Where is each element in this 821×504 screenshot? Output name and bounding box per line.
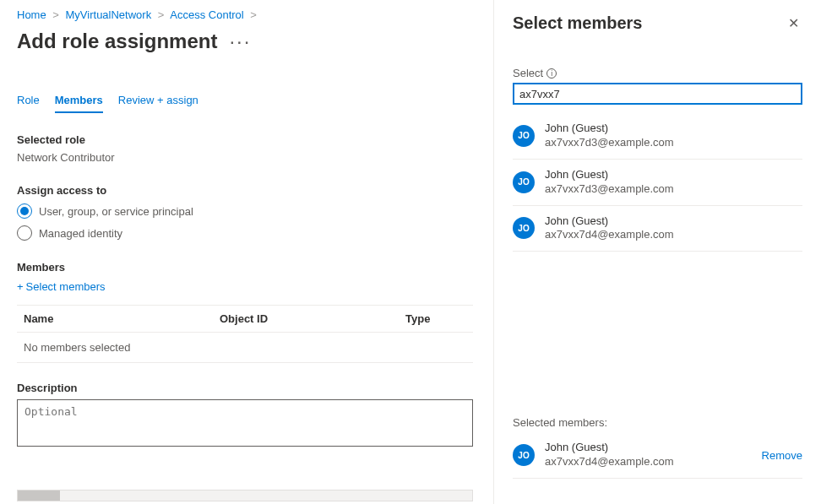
result-name: John (Guest) — [545, 168, 674, 182]
select-input[interactable] — [513, 83, 802, 105]
result-email: ax7vxx7d4@example.com — [545, 455, 752, 469]
breadcrumb: Home > MyVirtualNetwork > Access Control… — [17, 7, 473, 26]
tabs: Role Members Review + assign — [17, 65, 473, 113]
description-input[interactable] — [17, 399, 473, 447]
avatar: JO — [513, 217, 535, 239]
selected-role-label: Selected role — [17, 113, 473, 146]
result-name: John (Guest) — [545, 122, 674, 136]
page-title: Add role assignment··· — [17, 26, 473, 65]
breadcrumb-vnet[interactable]: MyVirtualNetwork — [66, 8, 152, 21]
result-email: ax7vxx7d3@example.com — [545, 136, 674, 150]
chevron-right-icon: > — [247, 8, 260, 21]
radio-icon — [17, 225, 32, 241]
remove-link[interactable]: Remove — [762, 449, 802, 462]
more-icon[interactable]: ··· — [217, 30, 251, 52]
breadcrumb-access[interactable]: Access Control — [170, 8, 243, 21]
members-label: Members — [17, 241, 473, 274]
selected-members-label: Selected members: — [513, 416, 802, 432]
chevron-right-icon: > — [49, 8, 63, 21]
tab-role[interactable]: Role — [17, 90, 40, 113]
result-email: ax7vxx7d3@example.com — [545, 182, 674, 197]
members-table: Name Object ID Type No members selected — [17, 305, 473, 363]
selected-role-value: Network Contributor — [17, 146, 473, 164]
avatar: JO — [513, 444, 535, 466]
radio-label: Managed identity — [39, 227, 122, 240]
horizontal-scrollbar[interactable] — [17, 490, 473, 501]
tab-members[interactable]: Members — [55, 90, 103, 113]
col-type: Type — [405, 312, 473, 325]
result-name: John (Guest) — [545, 214, 674, 229]
assign-access-label: Assign access to — [17, 164, 473, 197]
result-email: ax7vxx7d4@example.com — [545, 228, 674, 242]
avatar: JO — [513, 171, 535, 193]
col-name: Name — [17, 312, 220, 325]
panel-title: Select members — [513, 14, 642, 33]
info-icon[interactable]: i — [546, 68, 557, 79]
chevron-right-icon: > — [155, 8, 168, 21]
select-label: Select i — [513, 35, 802, 79]
radio-label: User, group, or service principal — [39, 205, 193, 218]
table-empty-row: No members selected — [17, 333, 473, 363]
col-object-id: Object ID — [220, 312, 405, 325]
tab-review[interactable]: Review + assign — [118, 90, 198, 113]
selected-member-item: JO John (Guest) ax7vxx7d4@example.com Re… — [513, 432, 802, 479]
description-label: Description — [17, 363, 473, 394]
avatar: JO — [513, 125, 535, 147]
plus-icon: + — [17, 280, 24, 293]
close-icon[interactable]: ✕ — [785, 12, 802, 35]
result-name: John (Guest) — [545, 441, 752, 455]
breadcrumb-home[interactable]: Home — [17, 8, 46, 21]
radio-icon — [17, 203, 32, 219]
radio-user-group-sp[interactable]: User, group, or service principal — [17, 197, 473, 219]
scrollbar-thumb[interactable] — [18, 490, 60, 501]
select-members-link[interactable]: + Select members — [17, 274, 106, 293]
result-item[interactable]: JO John (Guest) ax7vxx7d3@example.com — [513, 113, 802, 160]
select-members-panel: Select members ✕ Select i JO John (Guest… — [493, 0, 821, 504]
radio-managed-identity[interactable]: Managed identity — [17, 219, 473, 241]
result-item[interactable]: JO John (Guest) ax7vxx7d4@example.com — [513, 206, 802, 252]
result-item[interactable]: JO John (Guest) ax7vxx7d3@example.com — [513, 160, 802, 206]
search-results: JO John (Guest) ax7vxx7d3@example.com JO… — [513, 105, 802, 252]
